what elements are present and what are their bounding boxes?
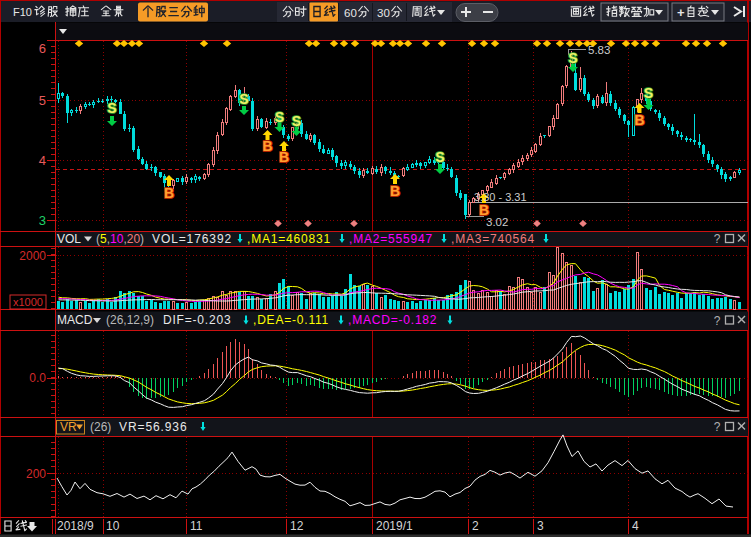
svg-text:S: S	[292, 113, 301, 129]
svg-text:?: ?	[714, 314, 721, 328]
svg-text:(26): (26)	[90, 420, 111, 434]
svg-text:(5,10,20): (5,10,20)	[96, 232, 144, 246]
svg-text:VR=56.936: VR=56.936	[119, 420, 187, 434]
svg-text:S: S	[435, 149, 444, 165]
svg-text:MACD: MACD	[57, 313, 93, 327]
svg-text:3.02: 3.02	[486, 216, 508, 228]
svg-text:B: B	[262, 138, 272, 154]
svg-text:,MACD=-0.182: ,MACD=-0.182	[348, 313, 437, 327]
svg-text:0.0: 0.0	[29, 371, 46, 385]
svg-text:?: ?	[714, 232, 721, 246]
svg-text:VR: VR	[60, 420, 77, 434]
svg-text:F10: F10	[13, 6, 32, 18]
svg-text:B: B	[164, 185, 174, 201]
svg-text:4: 4	[39, 153, 46, 168]
svg-text:3: 3	[537, 519, 544, 533]
svg-text:60: 60	[344, 7, 357, 19]
svg-text:x1000: x1000	[13, 296, 43, 308]
svg-text:B: B	[390, 183, 400, 199]
svg-text:?: ?	[714, 420, 721, 434]
svg-text:B: B	[279, 149, 289, 165]
svg-text:,MA2=555947: ,MA2=555947	[349, 232, 433, 246]
svg-text:,DEA=-0.111: ,DEA=-0.111	[253, 313, 329, 327]
svg-text:B: B	[634, 112, 644, 128]
svg-text:S: S	[275, 109, 284, 125]
svg-text:(26,12,9): (26,12,9)	[106, 313, 154, 327]
svg-text:30: 30	[377, 7, 390, 19]
svg-text:200: 200	[26, 467, 46, 481]
svg-text:,MA3=740564: ,MA3=740564	[451, 232, 535, 246]
svg-text:DIF=-0.203: DIF=-0.203	[163, 313, 231, 327]
svg-text:S: S	[107, 100, 116, 116]
svg-text:2: 2	[472, 519, 479, 533]
svg-text:4: 4	[632, 519, 639, 533]
svg-text:5: 5	[39, 93, 46, 108]
svg-text:2018/9: 2018/9	[57, 519, 94, 533]
svg-text:2019/1: 2019/1	[376, 519, 413, 533]
svg-text:11: 11	[190, 519, 203, 533]
svg-text:VOL: VOL	[57, 232, 81, 246]
svg-text:5.83: 5.83	[588, 44, 610, 56]
svg-text:+: +	[677, 5, 685, 20]
svg-text:3.30 - 3.31: 3.30 - 3.31	[474, 191, 527, 203]
svg-text:VOL=176392: VOL=176392	[152, 232, 232, 246]
svg-text:10: 10	[106, 519, 120, 533]
svg-text:,MA1=460831: ,MA1=460831	[247, 232, 331, 246]
svg-text:12: 12	[290, 519, 304, 533]
svg-text:S: S	[568, 50, 577, 66]
svg-text:2000: 2000	[19, 249, 46, 263]
svg-text:3: 3	[39, 213, 46, 228]
svg-text:6: 6	[39, 41, 46, 56]
svg-text:S: S	[239, 91, 248, 107]
svg-text:S: S	[644, 85, 653, 101]
